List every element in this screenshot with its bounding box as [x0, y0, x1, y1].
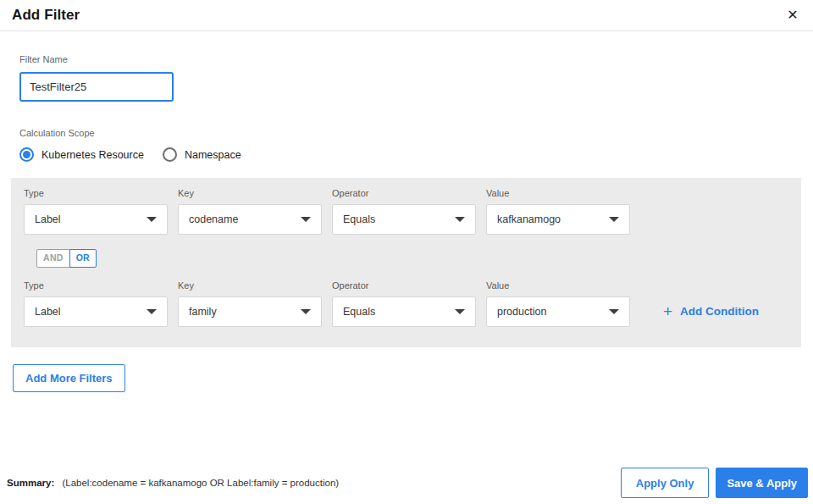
- save-and-apply-button[interactable]: Save & Apply: [716, 468, 808, 498]
- key-dropdown[interactable]: codename: [178, 204, 322, 235]
- add-condition-label: Add Condition: [680, 305, 759, 318]
- dropdown-value: family: [189, 306, 217, 318]
- radio-namespace[interactable]: Namespace: [163, 147, 241, 162]
- dropdown-value: Equals: [343, 213, 375, 225]
- dropdown-value: production: [497, 306, 546, 318]
- filter-name-label: Filter Name: [19, 54, 813, 64]
- caret-down-icon: [147, 217, 157, 222]
- calculation-scope-options: Kubernetes Resource Namespace: [19, 147, 813, 162]
- caret-down-icon: [455, 309, 465, 314]
- caret-down-icon: [609, 217, 619, 222]
- radio-unselected-icon: [163, 147, 177, 162]
- condition-row-2: Type Label Key family Operator Equals Va…: [24, 280, 788, 327]
- condition-field-operator: Operator Equals: [332, 188, 476, 235]
- dropdown-value: Label: [35, 306, 61, 318]
- plus-icon: +: [663, 303, 672, 319]
- type-dropdown[interactable]: Label: [24, 296, 168, 327]
- key-column-label: Key: [178, 188, 322, 198]
- footer-buttons: Apply Only Save & Apply: [621, 468, 808, 498]
- dialog-header: Add Filter ✕: [0, 0, 813, 31]
- value-column-label: Value: [486, 280, 630, 291]
- dropdown-value: codename: [189, 213, 238, 225]
- condition-field-value: Value production: [486, 280, 630, 327]
- type-column-label: Type: [24, 280, 168, 291]
- calculation-scope-label: Calculation Scope: [19, 128, 813, 138]
- and-or-toggle: AND OR: [36, 249, 97, 268]
- and-toggle-button[interactable]: AND: [36, 249, 70, 268]
- summary-text: (Label:codename = kafkanamogo OR Label:f…: [62, 478, 339, 488]
- dialog-footer: Summary: (Label:codename = kafkanamogo O…: [7, 468, 808, 498]
- apply-only-button[interactable]: Apply Only: [621, 468, 710, 498]
- radio-label: Namespace: [185, 149, 241, 161]
- condition-field-type: Type Label: [24, 280, 168, 327]
- dialog-body: Filter Name Calculation Scope Kubernetes…: [0, 54, 813, 162]
- or-toggle-button[interactable]: OR: [69, 249, 97, 268]
- radio-selected-icon: [19, 147, 34, 162]
- close-button[interactable]: ✕: [781, 3, 805, 27]
- caret-down-icon: [609, 309, 619, 314]
- dialog-title: Add Filter: [12, 7, 80, 24]
- condition-field-value: Value kafkanamogo: [486, 188, 630, 235]
- value-dropdown[interactable]: kafkanamogo: [486, 204, 630, 235]
- caret-down-icon: [301, 309, 311, 314]
- dropdown-value: Equals: [343, 306, 375, 318]
- operator-column-label: Operator: [332, 188, 476, 198]
- close-icon: ✕: [787, 8, 798, 22]
- key-dropdown[interactable]: family: [178, 296, 322, 327]
- type-dropdown[interactable]: Label: [24, 204, 168, 235]
- value-column-label: Value: [486, 188, 630, 198]
- condition-field-key: Key codename: [178, 188, 322, 235]
- condition-field-key: Key family: [178, 280, 322, 327]
- condition-row-1: Type Label Key codename Operator Equals …: [24, 188, 788, 235]
- summary: Summary: (Label:codename = kafkanamogo O…: [7, 478, 339, 488]
- filter-name-input[interactable]: [19, 72, 174, 102]
- dropdown-value: Label: [35, 213, 61, 225]
- conditions-panel: Type Label Key codename Operator Equals …: [11, 178, 801, 347]
- caret-down-icon: [455, 217, 465, 222]
- caret-down-icon: [147, 309, 157, 314]
- caret-down-icon: [301, 217, 311, 222]
- condition-field-type: Type Label: [24, 188, 168, 235]
- add-condition-button[interactable]: + Add Condition: [663, 296, 759, 327]
- operator-dropdown[interactable]: Equals: [332, 296, 476, 327]
- operator-dropdown[interactable]: Equals: [332, 204, 476, 235]
- add-more-filters-button[interactable]: Add More Filters: [13, 364, 125, 392]
- radio-kubernetes-resource[interactable]: Kubernetes Resource: [19, 147, 144, 162]
- type-column-label: Type: [24, 188, 168, 198]
- dropdown-value: kafkanamogo: [497, 213, 561, 225]
- summary-label: Summary:: [7, 478, 54, 488]
- value-dropdown[interactable]: production: [486, 296, 630, 327]
- key-column-label: Key: [178, 280, 322, 291]
- radio-label: Kubernetes Resource: [41, 149, 144, 161]
- condition-field-operator: Operator Equals: [332, 280, 476, 327]
- operator-column-label: Operator: [332, 280, 476, 291]
